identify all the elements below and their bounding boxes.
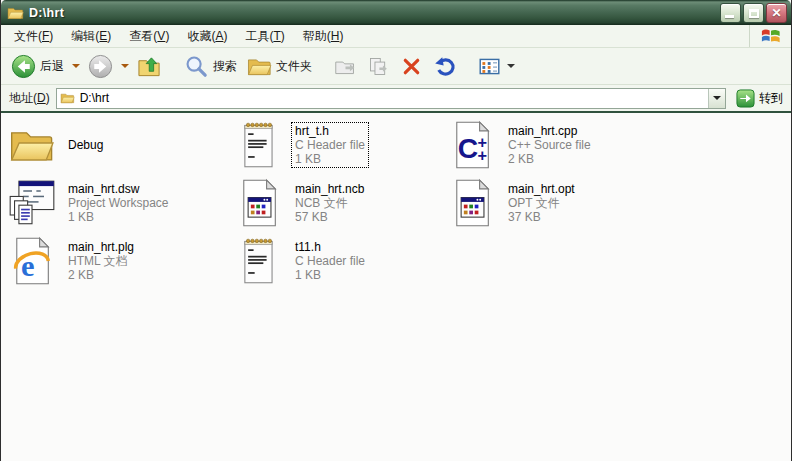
file-size: 37 KB [508,210,575,224]
file-size: 1 KB [295,268,365,282]
ncb-file-icon [239,178,279,228]
file-tile-t11-h[interactable]: t11.h C Header file 1 KB [235,232,448,290]
text-file-icon [239,120,279,170]
file-type: HTML 文档 [68,254,134,268]
file-tile-main-hrt-opt[interactable]: main_hrt.opt OPT 文件 37 KB [448,174,792,232]
close-icon [767,4,786,22]
delete-button[interactable] [396,52,427,81]
views-icon [478,55,501,78]
move-to-button [330,52,361,81]
forward-button[interactable] [84,51,117,82]
search-button[interactable]: 搜索 [180,51,241,82]
dsw-file-icon [8,179,56,227]
back-dropdown-icon[interactable] [72,64,80,68]
folder-icon [7,6,24,20]
file-type: C Header file [295,254,365,268]
go-label: 转到 [759,90,783,107]
address-input[interactable]: D:\hrt [56,88,726,109]
go-arrow-icon [736,89,755,108]
file-type: NCB 文件 [295,196,364,210]
windows-logo-icon [749,25,791,47]
file-tile-main-hrt-ncb[interactable]: main_hrt.ncb NCB 文件 57 KB [235,174,448,232]
cpp-file-icon [452,120,492,170]
file-name: hrt_t.h [295,124,365,138]
file-tile-main-hrt-dsw[interactable]: main_hrt.dsw Project Workspace 1 KB [8,174,235,232]
text-file-icon [239,236,279,286]
copy-to-button [363,52,394,81]
file-size: 1 KB [68,210,168,224]
forward-dropdown-icon[interactable] [121,64,129,68]
menu-favorites[interactable]: 收藏(A) [178,25,236,48]
folder-icon [60,92,75,104]
minimize-icon [725,15,734,18]
undo-button[interactable] [429,52,460,81]
file-name: t11.h [295,240,365,254]
close-button[interactable] [766,3,787,23]
window-title: D:\hrt [29,6,718,20]
file-tile-debug[interactable]: Debug [8,116,235,174]
back-icon [11,54,36,79]
minimize-button[interactable] [720,3,741,23]
file-tile-main-hrt-plg[interactable]: main_hrt.plg HTML 文档 2 KB [8,232,235,290]
copy-to-icon [367,55,390,78]
file-type: OPT 文件 [508,196,575,210]
file-tile-hrt-t-h[interactable]: hrt_t.h C Header file 1 KB [235,116,448,174]
ie-file-icon [12,236,52,286]
folders-label: 文件夹 [276,58,312,75]
back-label: 后退 [40,58,64,75]
title-bar[interactable]: D:\hrt [1,0,791,25]
restore-button[interactable] [743,3,764,23]
file-name: main_hrt.plg [68,240,134,254]
restore-icon [749,9,759,18]
file-name: main_hrt.cpp [508,124,591,138]
go-button[interactable]: 转到 [732,88,787,109]
file-name: main_hrt.opt [508,182,575,196]
file-type: C Header file [295,138,365,152]
views-button[interactable] [474,52,521,81]
back-button[interactable]: 后退 [7,51,68,82]
toolbar: 后退 搜索 文件夹 [1,48,791,85]
search-label: 搜索 [213,58,237,75]
move-to-icon [334,55,357,78]
up-folder-icon [137,54,162,79]
file-name: main_hrt.ncb [295,182,364,196]
menu-view[interactable]: 查看(V) [120,25,178,48]
menu-file[interactable]: 文件(F) [5,25,62,48]
folders-button[interactable]: 文件夹 [243,51,316,82]
file-name: main_hrt.dsw [68,182,168,196]
file-size: 2 KB [508,152,591,166]
menu-tools[interactable]: 工具(T) [236,25,293,48]
menu-help[interactable]: 帮助(H) [294,25,353,48]
file-tile-main-hrt-cpp[interactable]: main_hrt.cpp C++ Source file 2 KB [448,116,792,174]
menu-bar: 文件(F) 编辑(E) 查看(V) 收藏(A) 工具(T) 帮助(H) [1,25,791,48]
address-value[interactable]: D:\hrt [80,91,708,105]
address-bar: 地址(D) D:\hrt 转到 [1,85,791,111]
file-size: 57 KB [295,210,364,224]
file-type: C++ Source file [508,138,591,152]
views-dropdown-icon [507,64,515,68]
delete-icon [400,55,423,78]
file-size: 2 KB [68,268,134,282]
menu-edit[interactable]: 编辑(E) [62,25,120,48]
search-icon [184,54,209,79]
undo-icon [433,55,456,78]
explorer-window: D:\hrt 文件(F) 编辑(E) 查看(V) 收藏(A) 工具(T) 帮助(… [0,0,792,461]
file-name: Debug [68,138,103,152]
address-dropdown-button[interactable] [708,89,725,108]
file-list: Debug hrt_t.h C Header file 1 KB main_hr… [1,113,791,461]
file-size: 1 KB [295,152,365,166]
file-type: Project Workspace [68,196,168,210]
folder-icon [9,125,55,165]
address-label: 地址(D) [9,90,50,107]
up-button[interactable] [133,51,166,82]
folders-icon [247,54,272,79]
forward-icon [88,54,113,79]
opt-file-icon [452,178,492,228]
